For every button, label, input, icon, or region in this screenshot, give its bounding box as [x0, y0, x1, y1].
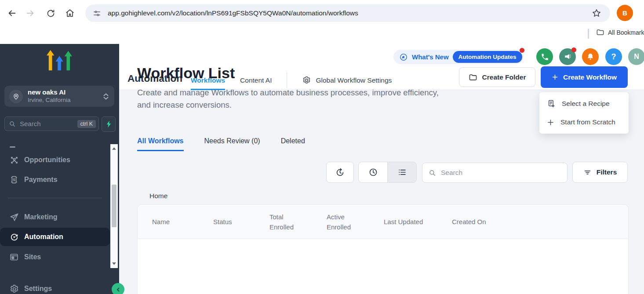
notifications-button[interactable] — [582, 48, 599, 65]
scrollbar-thumb[interactable] — [112, 185, 116, 227]
header-tabs-divider — [287, 73, 287, 88]
address-bar[interactable]: app.gohighlevel.com/v2/location/lnPS691g… — [85, 4, 610, 22]
notification-dot — [520, 48, 524, 53]
history-clock-icon — [335, 167, 345, 178]
view-toggle — [358, 162, 417, 183]
tab-needs-review[interactable]: Needs Review (0) — [204, 137, 260, 151]
sidebar-item-label: Payments — [24, 176, 58, 184]
tab-deleted[interactable]: Deleted — [281, 137, 305, 151]
sidebar-item-opportunities[interactable]: Opportunities — [0, 151, 110, 169]
column-active-enrolled: Active Enrolled — [327, 212, 384, 232]
browser-profile-avatar[interactable]: B — [617, 5, 633, 21]
sidebar-collapse-button[interactable] — [112, 283, 124, 294]
table-header-row: Name Status Total Enrolled Active Enroll… — [138, 205, 628, 239]
avatar-initial: N — [634, 53, 639, 61]
recipe-icon — [547, 99, 556, 108]
all-bookmarks-button[interactable]: All Bookmarks — [596, 28, 644, 36]
workflow-search[interactable] — [422, 163, 568, 183]
browser-chrome: app.gohighlevel.com/v2/location/lnPS691g… — [0, 0, 644, 44]
user-avatar[interactable]: N — [628, 48, 644, 65]
whats-new-label: What's New — [412, 53, 449, 61]
location-pin-icon — [9, 90, 23, 103]
question-mark-icon: ? — [611, 52, 616, 62]
column-total-enrolled: Total Enrolled — [269, 212, 327, 232]
help-button[interactable]: ? — [605, 48, 622, 65]
filter-icon — [583, 168, 592, 177]
profile-initial: B — [622, 9, 627, 17]
workflow-list-title: Workflow List — [137, 65, 235, 82]
announcements-button[interactable] — [559, 48, 576, 65]
workflow-list-tabs: All Workflows Needs Review (0) Deleted — [137, 137, 305, 151]
browser-back-button[interactable] — [4, 6, 19, 21]
sidebar-item-automation[interactable]: Automation — [0, 228, 110, 246]
sidebar-search[interactable]: ctrl K — [4, 116, 99, 131]
column-created-on: Created On — [452, 218, 628, 225]
create-workflow-button[interactable]: Create Workflow — [541, 66, 628, 88]
scroll-down-icon[interactable] — [110, 260, 118, 267]
gear-icon — [302, 76, 311, 85]
create-workflow-label: Create Workflow — [563, 73, 617, 81]
account-name: new oaks AI — [28, 88, 71, 97]
opportunities-icon — [9, 155, 19, 165]
list-view-button[interactable] — [387, 162, 416, 182]
workflow-search-input[interactable] — [440, 168, 561, 177]
bell-icon — [586, 52, 595, 61]
location-switcher[interactable]: new oaks AI Irvine, California — [4, 86, 114, 107]
browser-reload-button[interactable] — [43, 6, 58, 21]
sidebar-divider — [8, 198, 102, 198]
menu-item-select-a-recipe[interactable]: Select a Recipe — [539, 94, 629, 113]
breadcrumb[interactable]: Home — [149, 192, 167, 200]
url-text: app.gohighlevel.com/v2/location/lnPS691g… — [108, 9, 358, 17]
sidebar-item-sites[interactable]: Sites — [0, 248, 110, 266]
browser-forward-button[interactable] — [23, 6, 38, 21]
global-workflow-settings-label: Global Workflow Settings — [316, 76, 392, 84]
create-folder-label: Create Folder — [482, 73, 526, 81]
marketing-icon — [9, 212, 19, 222]
sites-icon — [9, 252, 19, 262]
menu-item-label: Select a Recipe — [562, 100, 610, 108]
browser-home-button[interactable] — [62, 6, 77, 21]
list-icon — [397, 167, 407, 177]
bookmarks-divider — [588, 29, 589, 39]
bookmark-star-icon[interactable] — [592, 8, 601, 18]
announcement-icon — [399, 53, 408, 62]
column-last-updated: Last Updated — [384, 218, 452, 225]
sidebar: new oaks AI Irvine, California ctrl K Op… — [0, 44, 119, 294]
settings-icon — [9, 283, 19, 294]
plus-icon — [552, 74, 558, 80]
automation-updates-badge[interactable]: Automation Updates — [453, 51, 522, 63]
scroll-up-icon[interactable] — [110, 145, 118, 152]
reload-icon — [46, 9, 55, 18]
arrow-left-icon — [7, 8, 17, 18]
create-folder-button[interactable]: Create Folder — [459, 67, 535, 87]
home-icon — [65, 8, 75, 18]
sidebar-search-input[interactable] — [19, 120, 74, 128]
all-bookmarks-label: All Bookmarks — [608, 29, 644, 36]
menu-item-start-from-scratch[interactable]: Start from Scratch — [539, 113, 629, 131]
sidebar-item-label: Opportunities — [24, 156, 70, 164]
phone-button[interactable] — [536, 48, 553, 65]
lightning-icon — [106, 120, 112, 128]
recent-view-button[interactable] — [359, 162, 387, 182]
sidebar-scrollbar[interactable] — [110, 144, 118, 268]
folder-icon — [469, 73, 477, 82]
menu-item-label: Start from Scratch — [560, 118, 615, 126]
filters-button[interactable]: Filters — [572, 162, 628, 183]
quick-actions-button[interactable] — [102, 116, 116, 132]
sidebar-item-marketing[interactable]: Marketing — [0, 208, 110, 226]
sidebar-item-settings[interactable]: Settings — [0, 279, 110, 294]
global-workflow-settings-link[interactable]: Global Workflow Settings — [302, 76, 392, 85]
chevron-left-icon — [116, 287, 121, 292]
chevron-up-down-icon — [103, 93, 109, 100]
sidebar-item-payments[interactable]: $ Payments — [0, 171, 110, 189]
partial-nav-item — [10, 146, 15, 148]
phone-icon — [541, 53, 549, 61]
sidebar-item-label: Automation — [24, 233, 63, 241]
enrollment-history-button[interactable] — [326, 162, 354, 183]
tab-all-workflows[interactable]: All Workflows — [137, 137, 184, 151]
search-icon — [429, 169, 436, 177]
screen: app.gohighlevel.com/v2/location/lnPS691g… — [0, 0, 644, 294]
site-settings-icon[interactable] — [93, 9, 101, 18]
whats-new-pill[interactable]: What's New Automation Updates — [393, 50, 524, 64]
create-workflow-menu: Select a Recipe Start from Scratch — [539, 92, 629, 134]
